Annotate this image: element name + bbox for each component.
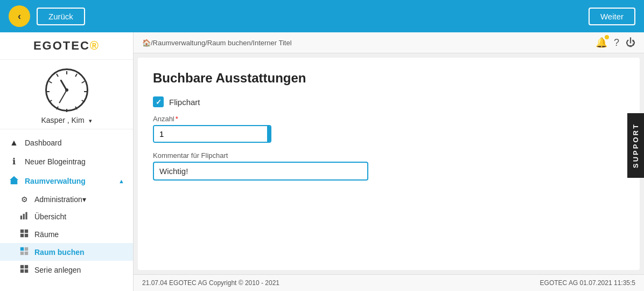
sidebar-item-raumverwaltung-label: Raumverwaltung (25, 177, 86, 185)
notification-dot (605, 35, 609, 39)
logo: EGOTEC® (33, 39, 100, 53)
svg-rect-2 (23, 214, 25, 219)
sidebar-item-serie-anlegen-label: Serie anlegen (34, 266, 81, 274)
footer: 21.07.04 EGOTEC AG Copyright © 2010 - 20… (134, 274, 644, 291)
user-chevron-icon: ▾ (89, 117, 92, 124)
sidebar-item-serie-anlegen[interactable]: Serie anlegen (0, 261, 133, 279)
footer-info: EGOTEC AG 01.07.2021 11:35:5 (540, 279, 635, 287)
svg-rect-5 (25, 230, 28, 233)
administration-icon: ⚙ (19, 195, 29, 204)
svg-rect-1 (20, 216, 22, 219)
back-arrow-icon: ‹ (18, 11, 21, 22)
user-name-separator: , (65, 116, 72, 124)
svg-rect-10 (20, 252, 24, 255)
nav-menu: ▲ Dashboard ℹ Neuer Blogeintrag Raumverw… (0, 129, 133, 291)
svg-rect-3 (25, 212, 27, 220)
breadcrumb-icons: 🔔 ? ⏻ (596, 37, 635, 48)
flipchart-label: Flipchart (169, 98, 200, 107)
sidebar-item-administration-label: Administration (34, 195, 82, 204)
anzahl-group: Anzahl* ▲ ▼ (153, 115, 625, 143)
breadcrumb: 🏠/Raumverwaltung/Raum buchen/Interner Ti… (142, 39, 292, 47)
support-tab[interactable]: SUPPORT (627, 113, 644, 178)
checkmark-icon: ✓ (156, 98, 162, 106)
logo-text: EGOTEC (33, 39, 90, 52)
sidebar-item-raum-buchen[interactable]: Raum buchen (0, 243, 133, 261)
svg-rect-8 (20, 247, 24, 251)
breadcrumb-bar: 🏠/Raumverwaltung/Raum buchen/Interner Ti… (134, 32, 644, 53)
sidebar-item-dashboard[interactable]: ▲ Dashboard (0, 134, 133, 152)
svg-rect-13 (25, 265, 28, 268)
anzahl-input-wrap: ▲ ▼ (153, 125, 271, 143)
svg-rect-6 (20, 234, 24, 237)
logo-trademark: ® (90, 39, 100, 52)
zuruck-button[interactable]: Zurück (37, 8, 85, 25)
sidebar-item-raume-label: Räume (34, 230, 59, 239)
clock-center (65, 88, 68, 92)
sidebar-item-blog-label: Neuer Blogeintrag (25, 157, 86, 166)
svg-rect-0 (11, 180, 18, 184)
sidebar-item-raume[interactable]: Räume (0, 225, 133, 243)
clock (45, 68, 88, 112)
sidebar-item-dashboard-label: Dashboard (25, 138, 62, 147)
main-layout: EGOTEC® Ka (0, 32, 644, 291)
sidebar-item-raum-buchen-label: Raum buchen (34, 248, 85, 257)
svg-rect-14 (20, 269, 24, 273)
raum-buchen-icon (19, 247, 29, 257)
logo-area: EGOTEC® (0, 32, 133, 60)
anzahl-spinner: ▲ ▼ (267, 126, 271, 142)
anzahl-decrement-button[interactable]: ▼ (267, 134, 271, 142)
support-label: SUPPORT (632, 123, 640, 168)
back-circle-button[interactable]: ‹ (9, 5, 30, 27)
svg-rect-11 (25, 252, 28, 255)
clock-area: Kasper , Kim ▾ (0, 60, 133, 129)
blog-icon: ℹ (9, 156, 19, 167)
top-bar: ‹ Zurück Weiter (0, 0, 644, 32)
sidebar-item-raumverwaltung[interactable]: Raumverwaltung ▲ (0, 171, 133, 191)
user-name[interactable]: Kasper , Kim ▾ (41, 116, 92, 124)
kommentar-input[interactable] (153, 162, 368, 181)
serie-anlegen-icon (19, 265, 29, 275)
svg-rect-9 (25, 247, 28, 251)
kommentar-group: Kommentar für Flipchart (153, 151, 625, 181)
sidebar-item-administration[interactable]: ⚙ Administration ▾ (0, 191, 133, 207)
sidebar-item-ubersicht-label: Übersicht (34, 212, 66, 221)
user-first-name: Kasper (41, 116, 65, 124)
sidebar-item-ubersicht[interactable]: Übersicht (0, 207, 133, 225)
sidebar: EGOTEC® Ka (0, 32, 134, 291)
svg-rect-7 (25, 234, 28, 237)
anzahl-required: * (176, 115, 178, 123)
clock-minute-hand (59, 90, 67, 103)
svg-rect-12 (20, 265, 24, 268)
raumverwaltung-chevron-icon: ▲ (118, 178, 124, 184)
ubersicht-icon (19, 211, 29, 221)
page-title: Buchbare Ausstattungen (153, 71, 625, 86)
sidebar-item-blog[interactable]: ℹ Neuer Blogeintrag (0, 152, 133, 171)
flipchart-checkbox[interactable]: ✓ (153, 96, 164, 107)
help-icon[interactable]: ? (614, 37, 619, 48)
anzahl-increment-button[interactable]: ▲ (267, 126, 271, 134)
anzahl-label: Anzahl* (153, 115, 625, 123)
dashboard-icon: ▲ (9, 138, 19, 148)
notification-icon[interactable]: 🔔 (596, 37, 607, 48)
anzahl-input[interactable] (154, 126, 267, 142)
weiter-button[interactable]: Weiter (589, 8, 635, 25)
user-last-name: Kim (72, 116, 85, 124)
administration-chevron-icon: ▾ (82, 195, 86, 204)
content-area: 🏠/Raumverwaltung/Raum buchen/Interner Ti… (134, 32, 644, 291)
footer-copyright: 21.07.04 EGOTEC AG Copyright © 2010 - 20… (142, 279, 279, 287)
main-content: Buchbare Ausstattungen ✓ Flipchart Anzah… (138, 58, 640, 270)
flipchart-checkbox-row: ✓ Flipchart (153, 96, 625, 107)
svg-rect-15 (25, 269, 28, 273)
svg-rect-4 (20, 230, 24, 233)
raume-icon (19, 229, 29, 239)
raumverwaltung-icon (9, 175, 19, 187)
kommentar-label: Kommentar für Flipchart (153, 151, 625, 160)
power-icon[interactable]: ⏻ (626, 37, 635, 48)
